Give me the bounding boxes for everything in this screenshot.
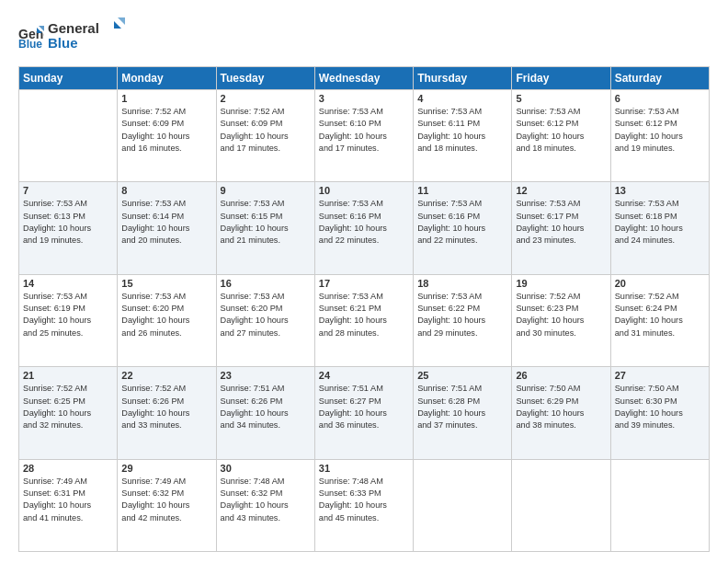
day-info: Sunrise: 7:53 AMSunset: 6:22 PMDaylight:… — [417, 291, 507, 339]
calendar-cell — [610, 459, 709, 551]
calendar-cell: 6Sunrise: 7:53 AMSunset: 6:12 PMDaylight… — [610, 90, 709, 182]
calendar-cell: 30Sunrise: 7:48 AMSunset: 6:32 PMDayligh… — [216, 459, 314, 551]
day-number: 4 — [417, 93, 507, 104]
day-info: Sunrise: 7:52 AMSunset: 6:09 PMDaylight:… — [221, 106, 311, 155]
svg-marker-7 — [118, 17, 125, 25]
calendar-cell: 13Sunrise: 7:53 AMSunset: 6:18 PMDayligh… — [610, 182, 709, 274]
calendar-cell: 23Sunrise: 7:51 AMSunset: 6:26 PMDayligh… — [216, 367, 314, 459]
calendar-cell: 2Sunrise: 7:52 AMSunset: 6:09 PMDaylight… — [216, 90, 314, 182]
day-info: Sunrise: 7:49 AMSunset: 6:31 PMDaylight:… — [23, 476, 113, 524]
day-number: 26 — [516, 370, 606, 381]
day-number: 28 — [23, 463, 113, 474]
day-number: 30 — [221, 463, 311, 474]
calendar-table: SundayMondayTuesdayWednesdayThursdayFrid… — [18, 66, 710, 552]
logo: General Blue General Blue — [18, 17, 131, 57]
calendar-cell: 9Sunrise: 7:53 AMSunset: 6:15 PMDaylight… — [216, 182, 314, 274]
calendar-cell: 4Sunrise: 7:53 AMSunset: 6:11 PMDaylight… — [414, 90, 512, 182]
day-number: 14 — [23, 278, 113, 289]
calendar-cell: 1Sunrise: 7:52 AMSunset: 6:09 PMDaylight… — [118, 90, 216, 182]
calendar-cell: 27Sunrise: 7:50 AMSunset: 6:30 PMDayligh… — [610, 367, 709, 459]
weekday-header-thursday: Thursday — [414, 67, 512, 90]
day-info: Sunrise: 7:53 AMSunset: 6:15 PMDaylight:… — [221, 198, 311, 247]
day-number: 27 — [615, 370, 705, 381]
day-info: Sunrise: 7:53 AMSunset: 6:12 PMDaylight:… — [615, 106, 705, 155]
day-info: Sunrise: 7:53 AMSunset: 6:18 PMDaylight:… — [615, 198, 705, 247]
day-info: Sunrise: 7:49 AMSunset: 6:32 PMDaylight:… — [121, 476, 211, 524]
day-number: 20 — [615, 278, 705, 289]
day-number: 8 — [121, 185, 211, 196]
logo-text: General Blue — [48, 17, 131, 57]
day-number: 24 — [319, 370, 409, 381]
calendar-cell: 17Sunrise: 7:53 AMSunset: 6:21 PMDayligh… — [314, 274, 413, 366]
week-row-2: 7Sunrise: 7:53 AMSunset: 6:13 PMDaylight… — [19, 182, 710, 274]
day-info: Sunrise: 7:52 AMSunset: 6:25 PMDaylight:… — [23, 383, 113, 431]
weekday-header-friday: Friday — [512, 67, 610, 90]
header: General Blue General Blue — [18, 17, 710, 57]
calendar-cell: 5Sunrise: 7:53 AMSunset: 6:12 PMDaylight… — [512, 90, 610, 182]
calendar-cell — [19, 90, 118, 182]
weekday-header-monday: Monday — [118, 67, 216, 90]
day-number: 25 — [417, 370, 507, 381]
day-info: Sunrise: 7:48 AMSunset: 6:32 PMDaylight:… — [221, 476, 311, 524]
day-info: Sunrise: 7:53 AMSunset: 6:16 PMDaylight:… — [319, 198, 409, 247]
calendar-cell: 7Sunrise: 7:53 AMSunset: 6:13 PMDaylight… — [19, 182, 118, 274]
calendar-cell: 19Sunrise: 7:52 AMSunset: 6:23 PMDayligh… — [512, 274, 610, 366]
day-info: Sunrise: 7:51 AMSunset: 6:26 PMDaylight:… — [221, 383, 311, 431]
day-number: 19 — [516, 278, 606, 289]
calendar-cell — [512, 459, 610, 551]
day-info: Sunrise: 7:53 AMSunset: 6:12 PMDaylight:… — [516, 106, 606, 155]
day-info: Sunrise: 7:50 AMSunset: 6:30 PMDaylight:… — [615, 383, 705, 431]
day-number: 1 — [121, 93, 211, 104]
calendar-cell: 28Sunrise: 7:49 AMSunset: 6:31 PMDayligh… — [19, 459, 118, 551]
calendar-cell: 24Sunrise: 7:51 AMSunset: 6:27 PMDayligh… — [314, 367, 413, 459]
calendar-cell: 11Sunrise: 7:53 AMSunset: 6:16 PMDayligh… — [414, 182, 512, 274]
day-info: Sunrise: 7:53 AMSunset: 6:14 PMDaylight:… — [121, 198, 211, 247]
day-number: 15 — [121, 278, 211, 289]
calendar-cell: 29Sunrise: 7:49 AMSunset: 6:32 PMDayligh… — [118, 459, 216, 551]
day-info: Sunrise: 7:53 AMSunset: 6:20 PMDaylight:… — [121, 291, 211, 339]
day-number: 10 — [319, 185, 409, 196]
calendar-cell: 26Sunrise: 7:50 AMSunset: 6:29 PMDayligh… — [512, 367, 610, 459]
day-number: 22 — [121, 370, 211, 381]
calendar-cell: 16Sunrise: 7:53 AMSunset: 6:20 PMDayligh… — [216, 274, 314, 366]
calendar-cell: 8Sunrise: 7:53 AMSunset: 6:14 PMDaylight… — [118, 182, 216, 274]
day-number: 16 — [221, 278, 311, 289]
calendar-cell: 31Sunrise: 7:48 AMSunset: 6:33 PMDayligh… — [314, 459, 413, 551]
day-info: Sunrise: 7:53 AMSunset: 6:21 PMDaylight:… — [319, 291, 409, 339]
day-info: Sunrise: 7:50 AMSunset: 6:29 PMDaylight:… — [516, 383, 606, 431]
svg-text:Blue: Blue — [18, 38, 42, 50]
week-row-5: 28Sunrise: 7:49 AMSunset: 6:31 PMDayligh… — [19, 459, 710, 551]
day-info: Sunrise: 7:51 AMSunset: 6:28 PMDaylight:… — [417, 383, 507, 431]
day-number: 11 — [417, 185, 507, 196]
day-info: Sunrise: 7:53 AMSunset: 6:13 PMDaylight:… — [23, 198, 113, 247]
weekday-header-saturday: Saturday — [610, 67, 709, 90]
day-number: 23 — [221, 370, 311, 381]
weekday-header-tuesday: Tuesday — [216, 67, 314, 90]
day-info: Sunrise: 7:52 AMSunset: 6:26 PMDaylight:… — [121, 383, 211, 431]
day-number: 29 — [121, 463, 211, 474]
calendar-cell: 14Sunrise: 7:53 AMSunset: 6:19 PMDayligh… — [19, 274, 118, 366]
day-number: 31 — [319, 463, 409, 474]
svg-text:Blue: Blue — [48, 35, 78, 51]
day-number: 5 — [516, 93, 606, 104]
day-number: 9 — [221, 185, 311, 196]
calendar-cell: 3Sunrise: 7:53 AMSunset: 6:10 PMDaylight… — [314, 90, 413, 182]
day-info: Sunrise: 7:53 AMSunset: 6:10 PMDaylight:… — [319, 106, 409, 155]
day-number: 7 — [23, 185, 113, 196]
day-number: 21 — [23, 370, 113, 381]
day-number: 18 — [417, 278, 507, 289]
weekday-header-sunday: Sunday — [19, 67, 118, 90]
svg-text:General: General — [48, 20, 99, 36]
calendar-cell: 18Sunrise: 7:53 AMSunset: 6:22 PMDayligh… — [414, 274, 512, 366]
week-row-3: 14Sunrise: 7:53 AMSunset: 6:19 PMDayligh… — [19, 274, 710, 366]
day-info: Sunrise: 7:53 AMSunset: 6:16 PMDaylight:… — [417, 198, 507, 247]
calendar-cell: 15Sunrise: 7:53 AMSunset: 6:20 PMDayligh… — [118, 274, 216, 366]
day-info: Sunrise: 7:52 AMSunset: 6:24 PMDaylight:… — [615, 291, 705, 339]
calendar-cell: 20Sunrise: 7:52 AMSunset: 6:24 PMDayligh… — [610, 274, 709, 366]
weekday-header-wednesday: Wednesday — [314, 67, 413, 90]
day-number: 13 — [615, 185, 705, 196]
calendar-cell: 10Sunrise: 7:53 AMSunset: 6:16 PMDayligh… — [314, 182, 413, 274]
weekday-header-row: SundayMondayTuesdayWednesdayThursdayFrid… — [19, 67, 710, 90]
day-info: Sunrise: 7:48 AMSunset: 6:33 PMDaylight:… — [319, 476, 409, 524]
day-number: 6 — [615, 93, 705, 104]
